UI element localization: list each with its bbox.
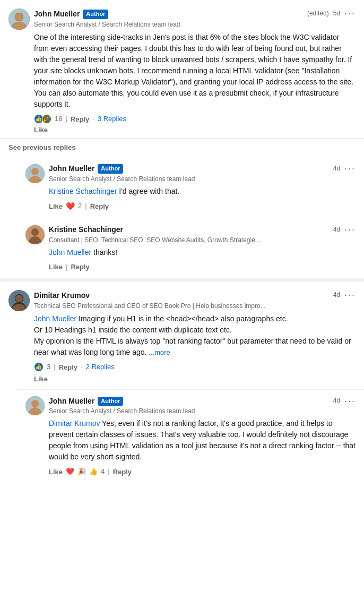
like-button[interactable]: Like	[49, 468, 63, 476]
more-options-button[interactable]: ···	[344, 396, 356, 406]
reply-button[interactable]: Reply	[71, 115, 89, 123]
more-options-button[interactable]: ···	[344, 290, 356, 300]
reaction-icons: 👍	[34, 362, 44, 372]
more-options-button[interactable]: ···	[344, 164, 356, 173]
time-label: 4d	[333, 291, 340, 300]
reply-2: Kristine Schachinger Consultant | SEO, T…	[17, 218, 364, 278]
celebrate-icon: 🎉	[42, 114, 51, 124]
reply-text: Kristine Schachinger I'd agree with that…	[49, 186, 356, 197]
more-options-button[interactable]: ···	[344, 8, 356, 18]
reply-text: Dimitar Krumov Yes, even if it's not a r…	[49, 418, 356, 463]
time-label: 4d	[333, 164, 340, 173]
like-button[interactable]: Like	[49, 202, 63, 210]
like-button[interactable]: Like	[34, 375, 48, 383]
reaction-count: 4	[101, 467, 105, 476]
avatar	[25, 164, 45, 183]
time-label: 5d	[333, 9, 340, 18]
heart-icon: ❤️	[66, 467, 74, 476]
author-title: Senior Search Analyst / Search Relations…	[34, 20, 180, 29]
avatar	[25, 396, 45, 415]
celebrate-icon: 🎉	[77, 467, 86, 476]
avatar	[25, 225, 45, 244]
mention[interactable]: John Mueller	[49, 248, 91, 257]
main-comment: John Mueller Author Senior Search Analys…	[0, 0, 364, 139]
heart-icon: ❤️	[66, 201, 75, 212]
reactions-row: Like ❤️ 🎉 👍 4 | Reply	[49, 467, 356, 476]
time-label: 4d	[333, 225, 340, 234]
reply-john-dimitar: John Mueller Author Senior Search Analys…	[17, 389, 364, 483]
reply-1: John Mueller Author Senior Search Analys…	[17, 157, 364, 218]
reply-author-badge: Author	[98, 164, 123, 173]
reply-author-name: John Mueller	[49, 396, 94, 407]
author-title: Technical SEO Professional and CEO of SE…	[34, 302, 266, 311]
reactions-row: Like ❤️ 2 | Reply	[49, 201, 356, 212]
like-icon: 👍	[89, 467, 98, 476]
avatar	[8, 8, 30, 30]
author-badge: Author	[83, 10, 108, 19]
time-label: 4d	[333, 396, 340, 405]
svg-point-3	[15, 13, 23, 21]
like-button[interactable]: Like	[49, 263, 63, 271]
comment-text: One of the interesting side-tracks in Je…	[34, 32, 356, 110]
author-name: Dimitar Krumov	[34, 291, 90, 301]
edited-label: (edited)	[307, 9, 329, 18]
see-previous-replies[interactable]: See previous replies	[0, 139, 364, 157]
reactions-row: 👍 3 | Reply · 2 Replies	[34, 362, 356, 372]
reaction-count: 3	[47, 362, 50, 372]
replies-count[interactable]: 3 Replies	[98, 114, 126, 124]
reply-author-badge: Author	[98, 397, 123, 406]
svg-point-6	[31, 168, 39, 175]
more-options-button[interactable]: ···	[344, 225, 356, 234]
reply-author-title: Senior Search Analyst / Search Relations…	[49, 175, 195, 184]
comment-header: John Mueller Author Senior Search Analys…	[8, 8, 356, 30]
comment-header: Dimitar Krumov Technical SEO Professiona…	[8, 290, 356, 311]
reply-author-title: Senior Search Analyst / Search Relations…	[49, 407, 195, 416]
mention[interactable]: Kristine Schachinger	[49, 187, 117, 195]
comment-body: John Mueller Imaging if you H1 is in the…	[34, 313, 356, 385]
dimitar-comment: Dimitar Krumov Technical SEO Professiona…	[0, 278, 364, 389]
reply-button[interactable]: Reply	[59, 363, 77, 371]
reactions-row: Like | Reply	[49, 262, 356, 272]
comment-body: One of the interesting side-tracks in Je…	[34, 32, 356, 134]
author-name: John Mueller	[34, 9, 80, 20]
mention[interactable]: John Mueller	[34, 314, 76, 323]
reply-button[interactable]: Reply	[113, 468, 132, 476]
reaction-icons: 👍 🎉	[34, 114, 51, 124]
reply-author-name: Kristine Schachinger	[49, 225, 123, 235]
reactions-row: 👍 🎉 16 | Reply · 3 Replies	[34, 114, 356, 124]
mention[interactable]: Dimitar Krumov	[49, 419, 100, 428]
reaction-count: 16	[55, 114, 62, 124]
like-button[interactable]: Like	[34, 126, 48, 134]
replies-count[interactable]: 2 Replies	[86, 362, 115, 372]
svg-point-17	[31, 400, 39, 407]
more-button[interactable]: ...more	[149, 348, 170, 356]
reaction-count: 2	[78, 201, 82, 211]
svg-point-14	[15, 295, 23, 302]
reply-button[interactable]: Reply	[71, 263, 89, 271]
avatar	[8, 290, 30, 311]
comment-text: John Mueller Imaging if you H1 is in the…	[34, 313, 356, 358]
reply-author-title: Consultant | SEO, Technical SEO, SEO Web…	[49, 236, 261, 245]
like-icon: 👍	[34, 362, 44, 372]
svg-point-9	[31, 228, 39, 236]
reply-text: John Mueller thanks!	[49, 247, 356, 258]
reply-author-name: John Mueller	[49, 164, 94, 174]
reply-button[interactable]: Reply	[90, 202, 109, 210]
